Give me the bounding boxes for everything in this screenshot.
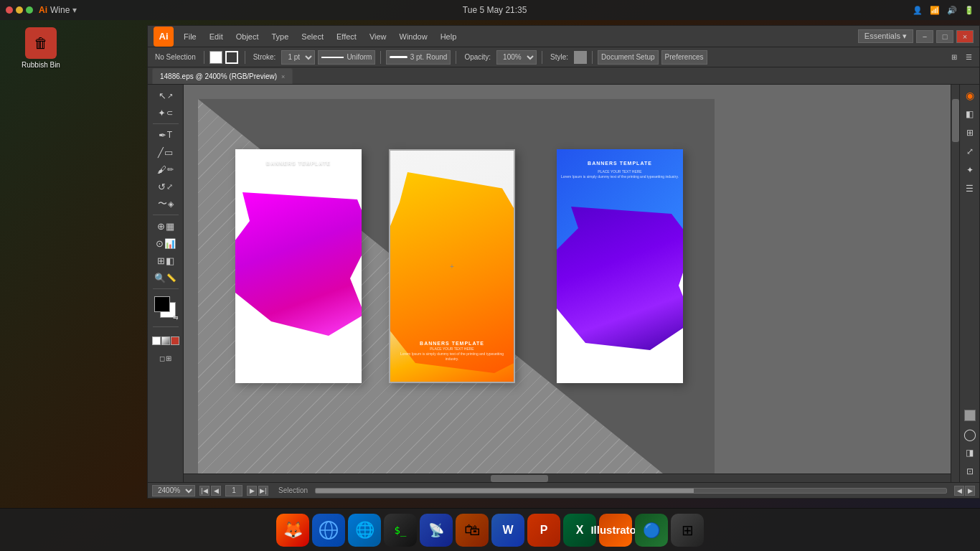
- menu-object[interactable]: Object: [230, 31, 265, 42]
- menu-select[interactable]: Select: [296, 31, 329, 42]
- fg-swatch: [154, 296, 170, 312]
- maximize-button[interactable]: □: [936, 30, 953, 43]
- menu-edit[interactable]: Edit: [204, 31, 229, 42]
- pathfinder-panel-btn[interactable]: ✦: [962, 162, 978, 178]
- appearance-panel-btn[interactable]: ◧: [962, 106, 978, 122]
- doc-setup-button[interactable]: Document Setup: [598, 50, 659, 65]
- mesh-icon: ⊞: [157, 255, 165, 266]
- rotate-scale[interactable]: ↺ ⤢: [150, 179, 182, 194]
- blend-column-tools[interactable]: ⊕ ▦: [150, 218, 182, 234]
- menu-type[interactable]: Type: [266, 31, 295, 42]
- dock-network[interactable]: 📡: [420, 514, 453, 547]
- fg-bg-swatches[interactable]: ⇆: [154, 296, 177, 319]
- banner-inner-3: BANNERS TEMPLATE PLACE YOUR TEXT HERE Lo…: [557, 149, 683, 383]
- dock-word[interactable]: W: [491, 514, 524, 547]
- paintbrush-pencil[interactable]: 🖌 ✏: [150, 161, 182, 177]
- dock-bag[interactable]: 🛍: [456, 514, 489, 547]
- select-tool[interactable]: ↖ ↗: [150, 88, 182, 103]
- magic-wand-lasso[interactable]: ✦ ⊂: [150, 105, 182, 121]
- circle-btn[interactable]: ◯: [962, 426, 978, 442]
- crosshair: +: [450, 263, 454, 270]
- lasso-icon: ⊂: [166, 108, 173, 118]
- maximize-dot[interactable]: [26, 6, 33, 14]
- stroke-style-selector[interactable]: Uniform: [318, 50, 375, 65]
- active-tab[interactable]: 14886.eps @ 2400% (RGB/Preview) ×: [152, 68, 293, 84]
- first-page-btn[interactable]: |◀: [199, 486, 209, 496]
- essentials-button[interactable]: Essentials ▾: [858, 29, 913, 43]
- pen-type-tools[interactable]: ✒ T: [150, 127, 182, 143]
- page-input[interactable]: [225, 485, 242, 496]
- menu-file[interactable]: File: [178, 31, 202, 42]
- dock-edge[interactable]: 🌐: [348, 514, 381, 547]
- banner1-sub2: Lorem Ipsum is simply dummy text of the …: [240, 174, 357, 179]
- select-icon: ↖: [159, 90, 166, 101]
- artboard-mode-icon: ⊞: [166, 354, 171, 362]
- mode-icons[interactable]: ◻ ⊞: [150, 350, 182, 366]
- dock-other-app[interactable]: 🔵: [635, 514, 668, 547]
- menu-window[interactable]: Window: [394, 31, 433, 42]
- opacity-select[interactable]: 100%: [496, 50, 537, 65]
- fill-swatch[interactable]: [209, 51, 222, 64]
- scroll-left-btn[interactable]: ◀: [954, 486, 964, 496]
- pen-icon: ✒: [159, 130, 166, 141]
- minimize-dot[interactable]: [16, 6, 23, 14]
- arrange-icon[interactable]: ⊞: [948, 52, 960, 62]
- prev-page-btn[interactable]: ◀: [211, 486, 221, 496]
- color-panel-btn[interactable]: ◉: [962, 88, 978, 103]
- dock-browser[interactable]: [312, 514, 345, 547]
- eyedropper-measure[interactable]: 🔍 📏: [150, 270, 182, 286]
- stroke-indicator[interactable]: [225, 51, 238, 64]
- transform-panel-btn[interactable]: ⤢: [962, 143, 978, 159]
- horizontal-scrollbar[interactable]: [184, 474, 951, 482]
- dock-illustrator[interactable]: Illustrator: [599, 514, 632, 547]
- close-dot[interactable]: [6, 6, 13, 14]
- line-rect-tools[interactable]: ╱ ▭: [150, 144, 182, 160]
- panel-icon[interactable]: ☰: [963, 52, 975, 62]
- menu-view[interactable]: View: [364, 31, 392, 42]
- next-page-btn[interactable]: ▶: [247, 486, 257, 496]
- dock-firefox[interactable]: 🦊: [276, 514, 309, 547]
- canvas-area[interactable]: BANNERS TEMPLATE PLACE YOUR TEXT HERE Lo…: [184, 85, 959, 482]
- color-fill-icons[interactable]: [150, 333, 182, 349]
- scroll-thumb-horizontal[interactable]: [491, 475, 548, 482]
- scroll-right-btn[interactable]: ▶: [965, 486, 975, 496]
- banner1-sub1: PLACE YOUR TEXT HERE: [240, 169, 357, 174]
- main-area: ↖ ↗ ✦ ⊂ ✒ T ╱ ▭ 🖌 ✏ ↺ ⤢: [148, 85, 979, 482]
- align-panel-btn[interactable]: ⊞: [962, 125, 978, 141]
- left-toolbar: ↖ ↗ ✦ ⊂ ✒ T ╱ ▭ 🖌 ✏ ↺ ⤢: [148, 85, 184, 482]
- layers2-panel-btn[interactable]: ◨: [962, 445, 978, 461]
- stroke-size-select[interactable]: 1 pt: [281, 50, 315, 65]
- symbol-tools[interactable]: ⊙ 📊: [150, 235, 182, 251]
- preferences-button[interactable]: Preferences: [661, 50, 707, 65]
- stroke-uniform-label: Uniform: [347, 53, 372, 61]
- dock-powerpoint[interactable]: P: [527, 514, 560, 547]
- warp-reshape[interactable]: 〜 ◈: [150, 196, 182, 212]
- banner-card-2[interactable]: + BANNERS TEMPLATE PLACE YOUR TEXT HERE …: [389, 149, 515, 383]
- close-button[interactable]: ×: [956, 30, 974, 43]
- style-swatch[interactable]: [574, 51, 587, 64]
- vertical-scrollbar[interactable]: [951, 85, 959, 482]
- rubbish-bin-icon[interactable]: 🗑 Rubbish Bin: [22, 27, 60, 69]
- gray-swatch-btn[interactable]: [962, 408, 978, 423]
- banner-card-1[interactable]: BANNERS TEMPLATE PLACE YOUR TEXT HERE Lo…: [235, 149, 362, 383]
- banner3-sub1: PLACE YOUR TEXT HERE: [561, 169, 679, 174]
- last-page-btn[interactable]: ▶|: [258, 486, 268, 496]
- artboards-panel-btn[interactable]: ⊡: [962, 463, 978, 479]
- banner3-title: BANNERS TEMPLATE: [561, 161, 679, 166]
- scroll-thumb-vertical[interactable]: [952, 99, 959, 142]
- tab-close-button[interactable]: ×: [281, 73, 285, 80]
- canvas-content: BANNERS TEMPLATE PLACE YOUR TEXT HERE Lo…: [198, 99, 715, 482]
- dock-terminal[interactable]: $_: [384, 514, 417, 547]
- mesh-gradient[interactable]: ⊞ ◧: [150, 253, 182, 268]
- banner2-sub1: PLACE YOUR TEXT HERE: [395, 347, 509, 352]
- banner-inner-1: BANNERS TEMPLATE PLACE YOUR TEXT HERE Lo…: [235, 149, 362, 383]
- stroke-dots-selector[interactable]: 3 pt. Round: [386, 50, 451, 65]
- banner-card-3[interactable]: BANNERS TEMPLATE PLACE YOUR TEXT HERE Lo…: [557, 149, 683, 383]
- layers-panel-btn[interactable]: ☰: [962, 181, 978, 197]
- menu-help[interactable]: Help: [435, 31, 463, 42]
- dock-grid-app[interactable]: ⊞: [671, 514, 704, 547]
- zoom-select[interactable]: 2400%: [152, 485, 195, 496]
- menu-effect[interactable]: Effect: [331, 31, 362, 42]
- toolbar-separator-3: [380, 51, 381, 64]
- minimize-button[interactable]: −: [916, 30, 933, 43]
